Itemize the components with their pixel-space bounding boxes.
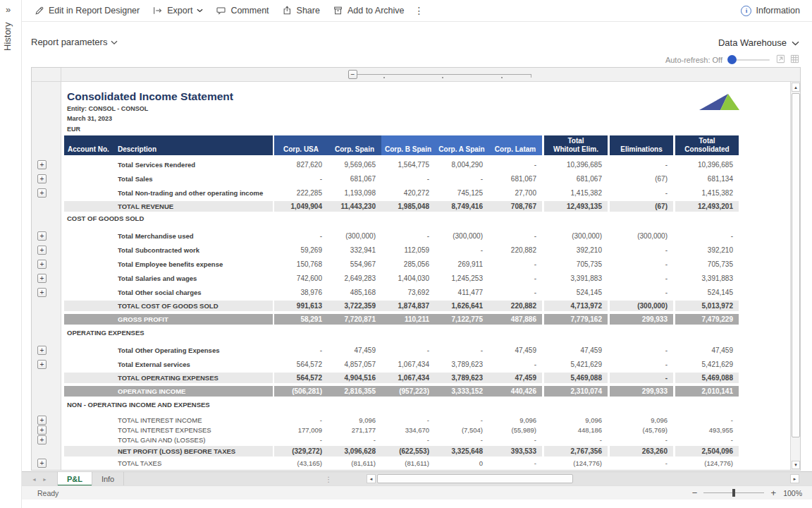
cell-corp-spain[interactable]: 681,067 [328, 175, 381, 183]
expand-row-button[interactable]: + [37, 174, 47, 183]
vertical-scrollbar[interactable]: ▲ ▼ [790, 82, 800, 470]
cell-corp-a-spain[interactable]: 411,477 [435, 289, 488, 296]
column-header-total-consolidated[interactable]: Total Consolidated [675, 137, 739, 155]
history-panel-label[interactable]: History [2, 23, 13, 51]
expand-row-button[interactable]: + [37, 288, 47, 297]
cell-total-consolidated[interactable]: 47,459 [675, 343, 739, 357]
cell-corp-spain[interactable]: 4,904,516 [328, 374, 381, 382]
cell-total-whitout-elim[interactable]: 2,310,074 [544, 386, 608, 397]
horizontal-scrollbar-thumb[interactable] [377, 474, 573, 483]
cell-total-consolidated[interactable]: 12,493,201 [675, 201, 739, 212]
collapse-columns-button[interactable]: − [348, 70, 357, 79]
cell-corp-b-spain[interactable]: 1,404,030 [381, 274, 435, 282]
cell-total-whitout-elim[interactable]: 392,210 [544, 243, 608, 257]
cell-corp-usa[interactable]: 222,285 [274, 189, 328, 197]
column-header-corp-usa[interactable]: Corp. USA [274, 145, 328, 155]
scroll-down-button[interactable]: ▼ [792, 461, 800, 469]
column-header-eliminations[interactable]: Eliminations [610, 145, 673, 155]
cell-corp-b-spain[interactable]: 1,985,048 [381, 202, 435, 210]
cell-corp-spain[interactable]: 2,816,355 [328, 387, 381, 395]
cell-corp-latam[interactable]: - [488, 274, 542, 282]
cell-corp-usa[interactable]: - [274, 175, 328, 183]
cell-eliminations[interactable]: 9,096 [610, 415, 673, 425]
add-to-archive-button[interactable]: Add to Archive [333, 6, 405, 16]
cell-corp-a-spain[interactable]: 3,789,623 [435, 374, 488, 382]
export-button[interactable]: Export [152, 6, 203, 16]
cell-eliminations[interactable]: (300,000) [610, 301, 673, 311]
cell-total-consolidated[interactable]: 392,210 [675, 243, 739, 257]
cell-corp-usa[interactable]: (329,272) [274, 447, 328, 455]
cell-total-whitout-elim[interactable]: 9,096 [544, 415, 608, 425]
cell-total-consolidated[interactable]: 2,010,141 [675, 386, 739, 397]
cell-corp-spain[interactable]: 271,177 [328, 426, 381, 434]
cell-eliminations[interactable]: (67) [610, 201, 673, 212]
cell-total-whitout-elim[interactable]: (124,776) [544, 458, 608, 468]
data-warehouse-selector[interactable]: Data Warehouse [718, 37, 799, 48]
scroll-left-button[interactable]: ◄ [367, 474, 376, 483]
cell-corp-a-spain[interactable]: 269,911 [435, 260, 488, 268]
cell-corp-latam[interactable]: - [488, 260, 542, 268]
cell-total-whitout-elim[interactable]: 3,391,883 [544, 271, 608, 285]
cell-corp-a-spain[interactable]: 8,004,290 [435, 161, 488, 169]
cell-total-consolidated[interactable]: 1,415,382 [675, 186, 739, 200]
cell-corp-a-spain[interactable]: 3,333,152 [435, 387, 488, 395]
row-label[interactable]: Total Merchandise used [118, 232, 273, 240]
cell-corp-a-spain[interactable]: (7,504) [435, 426, 488, 434]
report-parameters-toggle[interactable]: Report parameters [31, 37, 118, 47]
cell-corp-latam[interactable]: - [488, 436, 542, 444]
zoom-slider-thumb[interactable] [732, 489, 735, 497]
cell-eliminations[interactable]: 299,933 [610, 314, 673, 325]
row-label[interactable]: OPERATING INCOME [118, 387, 273, 395]
cell-corp-a-spain[interactable]: (300,000) [435, 232, 488, 240]
scroll-right-button[interactable]: ► [790, 474, 799, 483]
cell-corp-a-spain[interactable]: 0 [435, 459, 488, 467]
cell-corp-spain[interactable]: 3,722,359 [328, 302, 381, 310]
cell-corp-b-spain[interactable]: - [381, 232, 435, 240]
expand-row-button[interactable]: + [37, 188, 47, 198]
column-header-corp-latam[interactable]: Corp. Latam [488, 145, 542, 155]
zoom-in-button[interactable]: + [770, 488, 776, 497]
cell-corp-a-spain[interactable]: - [435, 175, 488, 183]
cell-total-whitout-elim[interactable]: 1,415,382 [544, 186, 608, 200]
cell-corp-usa[interactable]: 827,620 [274, 161, 328, 169]
cell-corp-b-spain[interactable]: - [381, 346, 435, 354]
row-label[interactable]: Total Sales [118, 175, 273, 183]
cell-total-consolidated[interactable]: 3,391,883 [675, 271, 739, 285]
cell-corp-b-spain[interactable]: - [381, 436, 435, 444]
cell-eliminations[interactable]: - [610, 243, 673, 257]
cell-corp-spain[interactable]: 332,941 [328, 246, 381, 254]
cell-total-consolidated[interactable]: 2,504,096 [675, 446, 739, 456]
cell-corp-spain[interactable]: 47,459 [328, 346, 381, 354]
expand-row-button[interactable]: + [37, 459, 47, 468]
cell-corp-b-spain[interactable]: 1,067,434 [381, 374, 435, 382]
row-label[interactable]: TOTAL REVENUE [118, 202, 273, 210]
cell-corp-usa[interactable]: 177,009 [274, 426, 328, 434]
cell-total-consolidated[interactable]: 681,134 [675, 171, 739, 186]
row-label[interactable]: Total Salaries and wages [118, 274, 273, 282]
cell-total-whitout-elim[interactable]: 4,713,972 [544, 301, 608, 311]
column-header-corp-a-spain[interactable]: Corp. A Spain [435, 145, 488, 155]
row-label[interactable]: TOTAL INTEREST INCOME [118, 416, 273, 424]
cell-corp-a-spain[interactable]: - [435, 346, 488, 354]
cell-total-whitout-elim[interactable]: 5,421,629 [544, 357, 608, 371]
cell-total-consolidated[interactable]: 493,955 [675, 425, 739, 435]
cell-total-consolidated[interactable]: 10,396,685 [675, 157, 739, 171]
cell-total-consolidated[interactable]: (124,776) [675, 458, 739, 468]
cell-corp-spain[interactable]: - [328, 436, 381, 444]
cell-corp-b-spain[interactable]: (81,611) [381, 459, 435, 467]
cell-total-whitout-elim[interactable]: 524,145 [544, 285, 608, 299]
cell-corp-latam[interactable]: (55,989) [488, 426, 542, 434]
expand-row-button[interactable]: + [37, 231, 47, 241]
scroll-up-button[interactable]: ▲ [792, 83, 800, 92]
cell-corp-spain[interactable]: 7,720,871 [328, 315, 381, 323]
cell-corp-a-spain[interactable]: - [435, 436, 488, 444]
cell-corp-spain[interactable]: 4,857,057 [328, 361, 381, 368]
cell-corp-b-spain[interactable]: 73,692 [381, 289, 435, 296]
section-label[interactable]: OPERATING EXPENSES [64, 329, 144, 337]
cell-corp-latam[interactable]: 220,882 [488, 246, 542, 254]
cell-corp-usa[interactable]: (43,165) [274, 459, 328, 467]
expand-row-button[interactable]: + [37, 360, 47, 369]
cell-corp-latam[interactable]: 487,886 [488, 315, 542, 323]
expand-row-button[interactable]: + [37, 346, 47, 355]
sheet-tab-info[interactable]: Info [92, 472, 124, 486]
